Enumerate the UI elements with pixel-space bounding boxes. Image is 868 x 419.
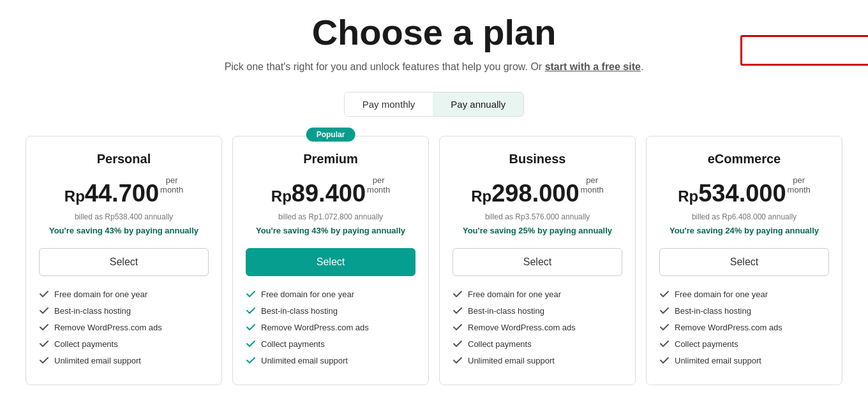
check-icon (659, 339, 670, 349)
plan-currency: Rp (471, 187, 491, 205)
plan-price-block: Rp298.000permonth (453, 175, 622, 207)
feature-item: Free domain for one year (246, 289, 415, 299)
plan-price: Rp534.000permonth (678, 180, 811, 207)
plan-price: Rp44.700permonth (64, 180, 183, 207)
billed-text: billed as Rp6.408.000 annually (659, 212, 829, 221)
plan-card-ecommerce: eCommerce Rp534.000permonth billed as Rp… (646, 136, 842, 385)
check-icon (659, 289, 670, 299)
feature-item: Unlimited email support (659, 355, 829, 365)
check-icon (246, 355, 256, 365)
free-site-link[interactable]: start with a free site (545, 61, 641, 72)
check-icon (246, 322, 256, 332)
saving-text: You're saving 25% by paying annually (453, 225, 622, 237)
billed-text: billed as Rp3.576.000 annually (453, 212, 622, 221)
check-icon (39, 355, 49, 365)
check-icon (659, 355, 670, 365)
plan-currency: Rp (678, 187, 698, 205)
check-icon (453, 355, 463, 365)
plan-per: permonth (160, 175, 183, 195)
pay-monthly-button[interactable]: Pay monthly (345, 92, 433, 116)
plan-price-block: Rp44.700permonth (39, 175, 209, 207)
plan-currency: Rp (271, 187, 292, 205)
saving-text: You're saving 43% by paying annually (39, 225, 209, 237)
check-icon (39, 289, 49, 299)
feature-item: Remove WordPress.com ads (453, 322, 622, 332)
plans-grid: Personal Rp44.700permonth billed as Rp53… (26, 136, 842, 385)
check-icon (246, 339, 256, 349)
plan-price: Rp298.000permonth (471, 180, 604, 207)
feature-item: Unlimited email support (453, 355, 622, 365)
check-icon (659, 322, 670, 332)
select-button-personal[interactable]: Select (39, 248, 209, 276)
feature-item: Free domain for one year (453, 289, 622, 299)
check-icon (246, 289, 256, 299)
billed-text: billed as Rp538.400 annually (39, 212, 209, 221)
plan-card-business: Business Rp298.000permonth billed as Rp3… (439, 136, 636, 385)
feature-list: Free domain for one year Best-in-class h… (39, 289, 209, 365)
subtitle: Pick one that's right for you and unlock… (26, 61, 842, 73)
select-button-ecommerce[interactable]: Select (659, 248, 829, 276)
plan-name: eCommerce (659, 152, 829, 166)
feature-item: Remove WordPress.com ads (39, 322, 209, 332)
check-icon (39, 322, 49, 332)
feature-list: Free domain for one year Best-in-class h… (659, 289, 829, 365)
feature-item: Remove WordPress.com ads (246, 322, 415, 332)
feature-item: Best-in-class hosting (453, 305, 622, 316)
feature-item: Collect payments (453, 339, 622, 349)
plan-name: Personal (39, 152, 209, 166)
feature-item: Free domain for one year (39, 289, 209, 299)
plan-price: Rp89.400permonth (271, 180, 390, 207)
plan-per: permonth (788, 175, 811, 195)
popular-badge: Popular (306, 128, 355, 142)
plan-price-block: Rp89.400permonth (246, 175, 415, 207)
feature-item: Collect payments (246, 339, 415, 349)
plan-per: permonth (367, 175, 390, 195)
feature-list: Free domain for one year Best-in-class h… (453, 289, 622, 365)
billing-toggle: Pay monthly Pay annually (26, 92, 842, 117)
feature-item: Unlimited email support (246, 355, 415, 365)
plan-card-personal: Personal Rp44.700permonth billed as Rp53… (26, 136, 222, 385)
feature-item: Best-in-class hosting (659, 305, 829, 316)
saving-text: You're saving 43% by paying annually (246, 225, 415, 237)
check-icon (453, 305, 463, 316)
check-icon (39, 339, 49, 349)
page-title: Choose a plan (26, 13, 842, 52)
select-button-premium[interactable]: Select (246, 248, 415, 276)
saving-text: You're saving 24% by paying annually (659, 225, 829, 237)
header-section: Choose a plan Pick one that's right for … (26, 13, 842, 73)
feature-item: Collect payments (39, 339, 209, 349)
plan-per: permonth (581, 175, 604, 195)
plan-price-block: Rp534.000permonth (659, 175, 829, 207)
feature-item: Remove WordPress.com ads (659, 322, 829, 332)
check-icon (39, 305, 49, 316)
check-icon (453, 289, 463, 299)
feature-list: Free domain for one year Best-in-class h… (246, 289, 415, 365)
feature-item: Unlimited email support (39, 355, 209, 365)
billed-text: billed as Rp1.072.800 annually (246, 212, 415, 221)
toggle-group: Pay monthly Pay annually (344, 92, 524, 117)
plan-name: Premium (246, 152, 415, 166)
check-icon (659, 305, 670, 316)
select-button-business[interactable]: Select (453, 248, 622, 276)
feature-item: Free domain for one year (659, 289, 829, 299)
check-icon (246, 305, 256, 316)
check-icon (453, 322, 463, 332)
feature-item: Best-in-class hosting (246, 305, 415, 316)
feature-item: Collect payments (659, 339, 829, 349)
pay-annually-button[interactable]: Pay annually (433, 92, 523, 116)
plan-name: Business (453, 152, 622, 166)
feature-item: Best-in-class hosting (39, 305, 209, 316)
plan-card-premium: Popular Premium Rp89.400permonth billed … (232, 136, 429, 385)
plan-currency: Rp (64, 187, 85, 205)
check-icon (453, 339, 463, 349)
